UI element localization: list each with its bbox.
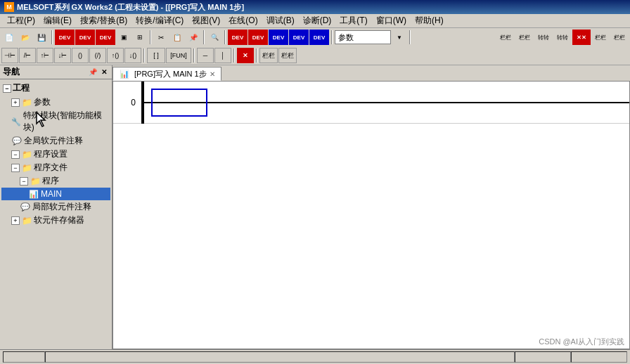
toolbar-sep-5 (331, 30, 333, 44)
toolbar-open-btn[interactable]: 📂 (18, 30, 33, 45)
menu-help[interactable]: 帮助(H) (411, 13, 448, 28)
nav-pin-btn[interactable]: 📌 (88, 67, 98, 77)
tab-close-btn[interactable]: ✕ (210, 70, 215, 78)
toolbar-misc-btn-1[interactable]: 栏栏 (259, 48, 278, 63)
toolbar-row-2: ⊣⊢ /⊢ ↑⊢ ↓⊢ () (/) ↑() ↓() [ ] [FUN] ─ │… (0, 46, 630, 65)
global-comment-icon: 💬 (11, 136, 22, 147)
toolbar-misc-btn-2[interactable]: 栏栏 (278, 48, 297, 63)
ladder-cell-0[interactable] (151, 89, 207, 117)
tree-item-main[interactable]: 📊 MAIN (1, 188, 110, 200)
toolbar-fnkey-1[interactable]: 栏栏 (496, 30, 515, 45)
toolbar-delete-wire-btn[interactable]: ✕ (237, 48, 254, 63)
tree-project-header: − 工程 (1, 81, 110, 96)
nav-panel: 导航 📌 ✕ − 工程 + 📁 参数 (0, 65, 112, 349)
tree-local-comments-label: 局部软元件注释 (32, 201, 91, 213)
menu-project[interactable]: 工程(P) (3, 13, 39, 28)
toolbar-dev-btn-6[interactable]: DEV (269, 30, 288, 45)
toolbar-dev-btn-3[interactable]: DEV (96, 30, 115, 45)
toolbar-btn-misc2[interactable]: ⊞ (132, 30, 148, 45)
menu-online[interactable]: 在线(O) (224, 13, 262, 28)
toolbar-ladder-btn-2[interactable]: /⊢ (19, 48, 36, 63)
nav-header-icons: 📌 ✕ (88, 67, 109, 77)
tree-project-section: − 工程 + 📁 参数 🔧 特殊模块(智能功能模块) (1, 81, 110, 227)
toolbar-sep-6 (409, 30, 411, 44)
toolbar-fnkey-6[interactable]: 栏栏 (591, 30, 610, 45)
tree-program-expand[interactable]: − (20, 177, 28, 186)
tree-item-prog-settings[interactable]: − 📁 程序设置 (1, 148, 110, 161)
tree-device-memory-expand[interactable]: + (11, 216, 20, 225)
toolbar-dev-btn-7[interactable]: DEV (289, 30, 309, 45)
tree-prog-files-label: 程序文件 (34, 162, 68, 174)
watermark: CSDN @AI从入门到实践 (539, 337, 624, 347)
tree-prog-settings-expand[interactable]: − (11, 150, 20, 159)
toolbar-wire-v-btn[interactable]: │ (214, 48, 231, 63)
toolbar-sep-3 (203, 30, 205, 44)
toolbar-ladder-btn-1[interactable]: ⊣⊢ (1, 48, 18, 63)
tree-item-special[interactable]: 🔧 特殊模块(智能功能模块) (1, 109, 110, 134)
toolbar-ladder-btn-7[interactable]: ↑() (107, 48, 124, 63)
toolbar-fnkey-5[interactable]: ✕✕ (572, 30, 591, 45)
folder-device-memory-icon: 📁 (21, 215, 32, 226)
tree-global-comments-label: 全局软元件注释 (24, 135, 83, 147)
toolbar-btn-misc3[interactable]: 🔍 (207, 30, 222, 45)
tree-item-program[interactable]: − 📁 程序 (1, 174, 110, 188)
tree-item-global-comments[interactable]: 💬 全局软元件注释 (1, 134, 110, 148)
toolbar-dev-btn-2[interactable]: DEV (75, 30, 95, 45)
folder-prog-settings-icon: 📁 (21, 149, 32, 160)
status-panel-3 (515, 351, 571, 363)
toolbar-area: 📄 📂 💾 DEV DEV DEV ▣ ⊞ ✂ 📋 📌 🔍 DEV DEV DE… (0, 28, 630, 65)
toolbar-ladder-btn-5[interactable]: () (72, 48, 89, 63)
param-dropdown-arrow[interactable]: ▼ (392, 30, 407, 45)
menu-bar: 工程(P) 编辑(E) 搜索/替换(B) 转换/编译(C) 视图(V) 在线(O… (0, 14, 630, 28)
app-icon-text: M (6, 4, 12, 11)
menu-tools[interactable]: 工具(T) (335, 13, 371, 28)
tab-main[interactable]: 📊 [PRG]写入 MAIN 1步 ✕ (112, 67, 221, 81)
tree-program-label: 程序 (42, 175, 59, 187)
nav-close-btn[interactable]: ✕ (99, 67, 109, 77)
main-layout: 导航 📌 ✕ − 工程 + 📁 参数 (0, 65, 630, 349)
menu-search[interactable]: 搜索/替换(B) (76, 13, 131, 28)
toolbar-fnkey-7[interactable]: 栏栏 (610, 30, 629, 45)
tree-special-label: 特殊模块(智能功能模块) (23, 110, 109, 134)
toolbar-ladder-btn-3[interactable]: ↑⊢ (37, 48, 53, 63)
toolbar-dev-btn-4[interactable]: DEV (228, 30, 248, 45)
param-dropdown[interactable]: 参数 (335, 30, 391, 44)
menu-diag[interactable]: 诊断(D) (299, 13, 336, 28)
menu-edit[interactable]: 编辑(E) (39, 13, 76, 28)
tree-item-prog-files[interactable]: − 📁 程序文件 (1, 161, 110, 174)
toolbar-cut-btn[interactable]: ✂ (153, 30, 169, 45)
toolbar-new-btn[interactable]: 📄 (1, 30, 17, 45)
tree-item-device-memory[interactable]: + 📁 软元件存储器 (1, 214, 110, 227)
toolbar-fnkey-4[interactable]: 转转 (553, 30, 572, 45)
menu-view[interactable]: 视图(V) (188, 13, 224, 28)
rung-0-content[interactable] (144, 82, 629, 124)
toolbar-save-btn[interactable]: 💾 (34, 30, 49, 45)
toolbar-ladder-btn-8[interactable]: ↓() (124, 48, 141, 63)
tree-params-expand[interactable]: + (11, 98, 20, 107)
toolbar-paste-btn[interactable]: 📌 (186, 30, 201, 45)
toolbar-dev-btn-5[interactable]: DEV (248, 30, 268, 45)
toolbar-fnkey-2[interactable]: 栏栏 (515, 30, 534, 45)
toolbar-wire-h-btn[interactable]: ─ (197, 48, 214, 63)
toolbar-coil-btn[interactable]: [ ] (147, 48, 165, 63)
tree-project-expand[interactable]: − (3, 84, 11, 93)
tree-prog-files-expand[interactable]: − (11, 164, 20, 172)
folder-params-icon: 📁 (21, 97, 32, 108)
editor-area[interactable]: 0 (112, 81, 630, 349)
toolbar-dev-btn-8[interactable]: DEV (309, 30, 329, 45)
tree-params-label: 参数 (34, 96, 51, 108)
menu-convert[interactable]: 转换/编译(C) (131, 13, 188, 28)
toolbar-btn-misc1[interactable]: ▣ (116, 30, 131, 45)
toolbar-fnkey-3[interactable]: 转转 (534, 30, 553, 45)
toolbar-ladder-btn-4[interactable]: ↓⊢ (54, 48, 71, 63)
ladder-rung-0: 0 (113, 82, 629, 124)
toolbar-ladder-btn-6[interactable]: (/) (89, 48, 106, 63)
menu-debug[interactable]: 调试(B) (262, 13, 299, 28)
toolbar-func-btn[interactable]: [FUN] (166, 48, 191, 63)
toolbar-dev-btn-1[interactable]: DEV (55, 30, 75, 45)
menu-window[interactable]: 窗口(W) (372, 13, 411, 28)
tree-item-local-comments[interactable]: 💬 局部软元件注释 (1, 200, 110, 214)
app-icon: M (4, 2, 14, 12)
toolbar-copy-btn[interactable]: 📋 (169, 30, 185, 45)
tree-item-params[interactable]: + 📁 参数 (1, 96, 110, 109)
